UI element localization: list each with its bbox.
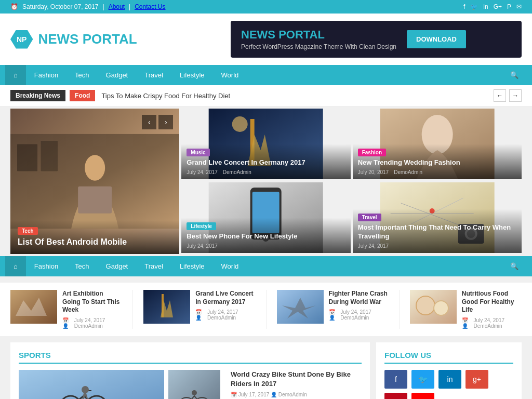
wedding-card-content: Fashion New Trending Wedding Fashion Jul…	[353, 144, 522, 179]
social-youtube-button[interactable]: ▶	[411, 393, 434, 399]
nav-world[interactable]: World	[213, 65, 247, 85]
breaking-news-text: Tips To Make Crispy Food For Healthy Die…	[101, 92, 494, 100]
social-googleplus-button[interactable]: g+	[466, 370, 488, 389]
concert-mini-date-icon: 📅	[195, 309, 202, 315]
nav2-lifestyle[interactable]: Lifestyle	[171, 256, 213, 276]
wedding-meta: July 20, 2017 DemoAdmin	[358, 169, 516, 175]
nav-tech[interactable]: Tech	[66, 65, 97, 85]
nav2-search-button[interactable]: 🔍	[502, 256, 527, 276]
food-date-icon: 📅	[462, 317, 468, 323]
nav-search-button[interactable]: 🔍	[502, 65, 527, 85]
concert-thumb-image	[143, 290, 190, 324]
food-meta: 📅 July 24, 2017 👤 DemoAdmin	[462, 317, 522, 329]
svg-rect-4	[78, 187, 112, 214]
food-thumbnail	[410, 290, 457, 324]
svg-point-28	[434, 301, 448, 315]
travel-category: Travel	[358, 214, 381, 221]
food-info: Nutritious Food Good For Healthy Life 📅 …	[462, 290, 522, 329]
social-pinterest-button[interactable]: p	[384, 393, 407, 399]
phone-title: Best New Phone For New Lifestyle	[187, 232, 345, 241]
art-meta: 📅 July 24, 2017 👤 DemoAdmin	[62, 317, 122, 329]
sports-article-meta: 📅 July 17, 2017 👤 DemoAdmin	[231, 392, 362, 397]
fb-link[interactable]: f	[463, 3, 465, 10]
in-link[interactable]: in	[483, 3, 488, 10]
article-card-phone[interactable]: Lifestyle Best New Phone For New Lifesty…	[181, 182, 350, 253]
about-link[interactable]: About	[109, 3, 125, 10]
social-facebook-button[interactable]: f	[384, 370, 407, 389]
slider-prev-button[interactable]: ‹	[142, 115, 156, 129]
social-icons: f 🐦 in g+ p ▶	[384, 370, 513, 399]
ad-banner: NEWS PORTAL Perfect WordPress Magazine T…	[231, 21, 522, 58]
fighter-meta: 📅 July 24, 2017 👤 DemoAdmin	[329, 309, 389, 321]
sports-secondary-image	[168, 370, 220, 399]
art-image	[10, 290, 57, 324]
top-bar-date: Saturday, October 07, 2017	[22, 3, 99, 10]
fighter-image	[277, 290, 324, 324]
fighter-thumbnail	[277, 290, 324, 324]
article-card-travel[interactable]: Travel Most Important Thing That Need To…	[353, 182, 522, 253]
main-card-title: List Of Best Android Mobile	[18, 237, 172, 248]
pi-link[interactable]: P	[507, 3, 511, 10]
article-card-concert[interactable]: Music Grand Live Concert In Germany 2017…	[181, 109, 350, 179]
follow-section: FOLLOW US f 🐦 in g+ p ▶	[376, 342, 522, 399]
nav2-home[interactable]: ⌂	[5, 256, 26, 276]
nav-fashion[interactable]: Fashion	[26, 65, 66, 85]
nav-home[interactable]: ⌂	[5, 65, 26, 85]
mini-card-food[interactable]: Nutritious Food Good For Healthy Life 📅 …	[410, 290, 522, 329]
wedding-date: July 20, 2017	[358, 169, 389, 175]
sports-article[interactable]: World Crazy Bike Stunt Done By Bike Ride…	[19, 370, 362, 399]
divider-1	[132, 290, 133, 329]
travel-card-content: Travel Most Important Thing That Need To…	[353, 209, 522, 253]
fighter-info: Fighter Plane Crash During World War 📅 J…	[329, 290, 389, 321]
breaking-news-label: Breaking News	[10, 90, 65, 101]
follow-title: FOLLOW US	[384, 351, 513, 364]
nav-gadget[interactable]: Gadget	[98, 65, 137, 85]
yt-link[interactable]: ✉	[516, 3, 522, 10]
article-card-wedding[interactable]: Fashion New Trending Wedding Fashion Jul…	[353, 109, 522, 179]
mini-cards-row: Art Exhibition Going To Start This Week …	[0, 283, 532, 336]
concert-mini-author: DemoAdmin	[207, 315, 236, 321]
banner-accent: PORTAL	[278, 28, 325, 41]
gp-link[interactable]: G+	[494, 3, 502, 10]
concert-mini-author-icon: 👤	[195, 315, 202, 321]
slider-next-button[interactable]: ›	[158, 115, 173, 129]
logo-hex: NP	[10, 30, 33, 49]
travel-meta: July 24, 2017	[358, 243, 516, 249]
concert-thumbnail	[143, 290, 190, 324]
sports-date-icon: 📅	[231, 392, 237, 397]
featured-main-card[interactable]: ‹ › Tech List Of Best Android Mobile	[10, 109, 179, 254]
concert-date: July 24, 2017	[187, 169, 218, 175]
divider-2	[266, 290, 267, 329]
concert-info: Grand Live Concert In Germany 2017 📅 Jul…	[195, 290, 255, 321]
nav-lifestyle[interactable]: Lifestyle	[171, 65, 213, 85]
mini-card-fighter[interactable]: Fighter Plane Crash During World War 📅 J…	[277, 290, 389, 329]
food-date: July 24, 2017	[474, 317, 505, 323]
social-twitter-button[interactable]: 🐦	[411, 370, 434, 389]
art-author-icon: 👤	[62, 323, 69, 329]
svg-rect-1	[17, 144, 37, 171]
main-nav: ⌂ Fashion Tech Gadget Travel Lifestyle W…	[0, 65, 532, 85]
clock-icon: ⏰	[10, 3, 18, 10]
nav2-fashion[interactable]: Fashion	[26, 256, 66, 276]
tw-link[interactable]: 🐦	[470, 3, 478, 10]
breaking-prev-button[interactable]: ←	[494, 89, 506, 102]
wedding-author: DemoAdmin	[394, 169, 422, 175]
nav2-world[interactable]: World	[213, 256, 247, 276]
nav-travel[interactable]: Travel	[136, 65, 171, 85]
art-info: Art Exhibition Going To Start This Week …	[62, 290, 122, 329]
mini-card-art[interactable]: Art Exhibition Going To Start This Week …	[10, 290, 122, 329]
nav2-tech[interactable]: Tech	[66, 256, 97, 276]
banner-download-button[interactable]: DOWNLOAD	[407, 30, 466, 48]
mini-card-concert[interactable]: Grand Live Concert In Germany 2017 📅 Jul…	[143, 290, 255, 329]
nav2-gadget[interactable]: Gadget	[98, 256, 137, 276]
concert-title: Grand Live Concert In Germany 2017	[187, 158, 345, 167]
social-linkedin-button[interactable]: in	[438, 370, 461, 389]
wedding-category: Fashion	[358, 149, 386, 156]
sports-article-info: World Crazy Bike Stunt Done By Bike Ride…	[231, 370, 362, 399]
sports-date: July 17, 2017	[238, 392, 270, 397]
nav2-travel[interactable]: Travel	[136, 256, 171, 276]
contact-link[interactable]: Contact Us	[135, 3, 165, 10]
svg-point-27	[416, 296, 435, 315]
phone-card-content: Lifestyle Best New Phone For New Lifesty…	[181, 218, 350, 253]
breaking-next-button[interactable]: →	[509, 89, 522, 102]
